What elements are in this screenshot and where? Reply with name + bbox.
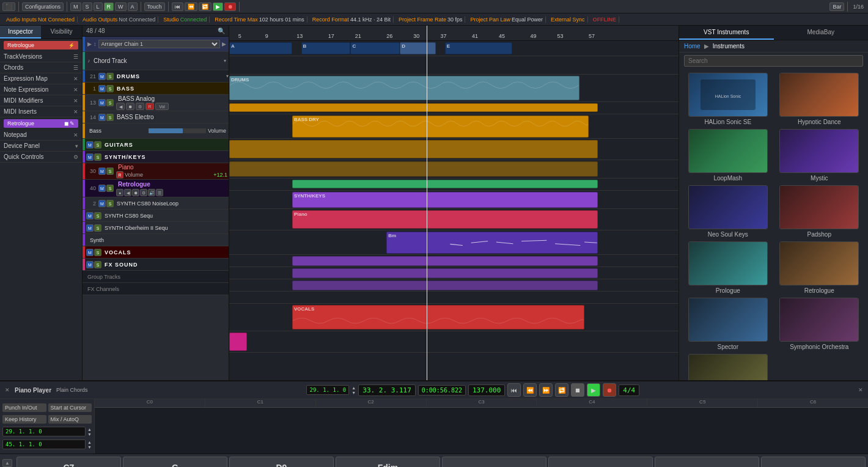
arr-block-drums[interactable]: DRUMS [229,76,579,100]
cs80-noise-solo[interactable]: S [106,200,114,207]
vst-item-neosoul[interactable]: Neo Soul Keys [684,185,772,238]
toolbar-cycle[interactable]: 🔁 [199,2,211,11]
bass-solo[interactable]: S [106,85,114,92]
inspector-retrologue-badge[interactable]: Retrologue ⚡ [4,41,78,50]
vst-item-retrologue[interactable]: Retrologue [776,241,864,294]
toolbar-play[interactable]: ▶ [213,2,223,11]
rt-btn1[interactable]: ● [116,189,123,196]
transport-arrow-up[interactable]: ▲ [351,386,356,390]
arr-block-guitars[interactable] [292,180,598,188]
inspector-track-versions[interactable]: TrackVersions ☰ [0,51,82,62]
bass-volume-slider[interactable] [149,128,206,133]
arr-section-e[interactable]: E [445,42,512,54]
vst-item-mystic[interactable]: Mystic [776,129,864,182]
chord-settings[interactable]: ▾ [224,58,226,64]
note-expression-icon[interactable]: ✕ [73,87,78,93]
breadcrumb-home[interactable]: Home [684,43,701,50]
track-row-retrologue[interactable]: 40 M S Retrologue ● ◀ ⏺ ⚙ 🔊 ☰ [83,180,229,197]
track-row-synth-sub[interactable]: Synth [83,234,229,246]
ba-btn5[interactable]: Vol [155,103,169,110]
notepad-icon[interactable]: ✕ [73,132,78,138]
piano-pos-down[interactable]: ▼ [87,432,92,436]
track-row-bass-sub[interactable]: Bass Volume [83,123,229,139]
toolbar-bar[interactable]: Bar [829,2,844,11]
quick-controls-icon[interactable]: ⚙ [73,154,78,160]
track-row-piano[interactable]: 30 M S Piano R Volume +12.1 [83,163,229,180]
piano-option-punchin[interactable]: Punch In/Out [2,403,46,412]
track-row-arranger[interactable]: ▶ ↕ Arranger Chain 1 ▶ [83,37,229,52]
trans-btn-cycle[interactable]: 🔁 [555,383,568,397]
arr-block-oberheim[interactable] [292,281,598,290]
cs80-noise-mute[interactable]: M [98,200,106,207]
track-versions-icon[interactable]: ☰ [73,54,78,60]
arrangement-content[interactable]: A B C D E [229,41,679,380]
vst-item-padshop[interactable]: Padshop [776,185,864,238]
bass-electro-mute[interactable]: M [98,114,106,121]
vocals-solo[interactable]: S [94,249,101,256]
arr-block-vocals[interactable]: VOCALS [292,305,584,329]
toolbar-w[interactable]: W [115,2,127,11]
toolbar-a[interactable]: A [128,2,138,11]
audio-inputs[interactable]: Audio Inputs Not Connected [4,17,78,23]
piano-mute[interactable]: M [98,167,106,175]
toolbar-l[interactable]: L [94,2,103,11]
inspector-tab-inspector[interactable]: Inspector [0,26,41,39]
drums-mute[interactable]: M [98,73,106,80]
piano-pos-up[interactable]: ▲ [87,427,92,432]
track-row-drums[interactable]: 21 M S DRUMS ▾ [83,70,229,83]
ba-btn1[interactable]: ◀ [116,103,125,110]
retrologue-power-icon[interactable]: ⚡ [68,43,75,48]
transport-arrow-down[interactable]: ▼ [351,391,356,395]
oberheim-solo[interactable]: S [94,224,101,232]
toolbar-touch[interactable]: Touch [144,2,165,11]
vst-item-symphonic[interactable]: Symphonic Orchestra [776,298,864,350]
vst-item-spector[interactable]: Spector [684,298,772,350]
inspector-notepad[interactable]: Notepad ✕ [0,130,82,141]
track-row-synth-keys[interactable]: M S SYNTH/KEYS [83,151,229,163]
bass-analog-solo[interactable]: S [106,99,114,106]
arr-section-a[interactable]: A [229,42,292,54]
retrologue-ctrl-2[interactable]: ✎ [70,120,75,127]
arr-section-b[interactable]: B [301,42,351,54]
inspector-device-panel[interactable]: Device Panel ▾ [0,141,82,152]
piano-option-autoq[interactable]: Mix / AutoQ [48,415,92,424]
inspector-retrologue-badge2[interactable]: Retrologue ◼ ✎ [4,119,78,128]
studio-status[interactable]: Studio Connected [161,17,210,23]
device-panel-arrow[interactable]: ▾ [75,143,78,149]
arr-block-bass-analog[interactable]: BASS DRY [292,116,589,138]
piano-option-start[interactable]: Start at Cursor [48,403,92,412]
track-row-fx[interactable]: M S FX SOUND [83,259,229,271]
chord-btn-fdim[interactable]: Fdim [336,457,440,468]
expression-map-icon[interactable]: ✕ [73,76,78,82]
trans-btn-record[interactable]: ⏺ [603,383,616,397]
track-row-cs80-sequ[interactable]: M S SYNTH CS80 Sequ [83,210,229,222]
arr-block-piano[interactable]: Piano [292,210,598,229]
inspector-midi-modifiers[interactable]: MIDI Modifiers ✕ [0,95,82,106]
retrologue-ctrl-1[interactable]: ◼ [64,120,68,127]
track-row-vocals[interactable]: M S VOCALS [83,246,229,259]
inspector-chords[interactable]: Chords ☰ [0,62,82,73]
cs80-sequ-solo[interactable]: S [94,212,101,219]
rt-btn5[interactable]: 🔊 [148,189,155,196]
cs80-sequ-mute[interactable]: M [86,212,94,219]
bass-mute[interactable]: M [98,85,106,92]
bass-electro-solo[interactable]: S [106,114,114,121]
track-row-bass-electro[interactable]: 14 M S BASS Electro [83,111,229,123]
synth-solo[interactable]: S [94,153,101,161]
arr-block-fx[interactable] [229,333,247,351]
trans-btn-play[interactable]: ▶ [587,383,600,397]
track-row-bass-analog[interactable]: 13 M S BASS Analog ◀ ⏺ ⚙ R Vol [83,95,229,111]
fx-mute[interactable]: M [86,261,94,268]
track-list-search[interactable]: 🔍 [218,28,225,34]
inspector-midi-inserts[interactable]: MIDI Inserts ✕ [0,106,82,117]
arr-block-bass-electro[interactable] [229,140,598,158]
chord-nav-up[interactable]: ▲ [2,459,12,467]
arr-section-c[interactable]: C [350,42,400,54]
toolbar-config[interactable]: Configurations [22,2,64,11]
track-row-guitars[interactable]: M S GUITARS [83,139,229,151]
rt-btn6[interactable]: ☰ [156,189,163,196]
vst-item-hypnotic[interactable]: Hypnotic Dance [776,73,864,125]
audio-outputs[interactable]: Audio Outputs Not Connected [80,17,158,23]
chord-btn-7[interactable] [655,457,759,468]
inspector-expression-map[interactable]: Expression Map ✕ [0,73,82,84]
